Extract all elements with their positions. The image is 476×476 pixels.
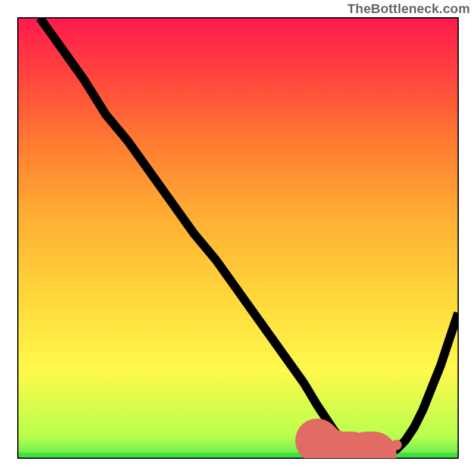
bottleneck-curve	[40, 18, 458, 454]
chart-container: TheBottleneck.com	[0, 0, 476, 476]
highlight-dot	[392, 440, 402, 450]
curve-layer	[18, 18, 458, 458]
watermark-text: TheBottleneck.com	[347, 1, 470, 17]
plot-area	[18, 18, 458, 458]
